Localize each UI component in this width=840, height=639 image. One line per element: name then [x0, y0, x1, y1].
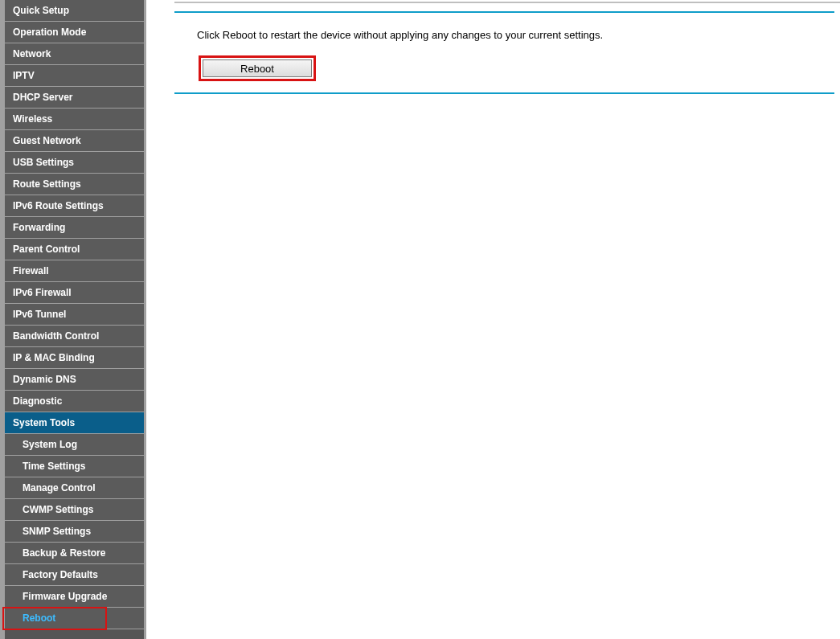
content-area: Click Reboot to restart the device witho…	[146, 0, 840, 639]
sidebar-item-guest-network[interactable]: Guest Network	[5, 130, 144, 152]
divider-line	[174, 92, 834, 94]
sidebar-item-forwarding[interactable]: Forwarding	[5, 217, 144, 239]
sidebar-item-iptv[interactable]: IPTV	[5, 65, 144, 87]
sidebar-item-quick-setup[interactable]: Quick Setup	[5, 0, 144, 22]
sidebar-subitem-backup-restore[interactable]: Backup & Restore	[5, 543, 144, 564]
sidebar-item-firewall[interactable]: Firewall	[5, 260, 144, 282]
sidebar-item-bandwidth-control[interactable]: Bandwidth Control	[5, 326, 144, 347]
instruction-text: Click Reboot to restart the device witho…	[197, 29, 840, 41]
divider-line	[174, 11, 834, 13]
reboot-highlight-frame: Reboot	[199, 55, 316, 81]
sidebar-item-dhcp-server[interactable]: DHCP Server	[5, 87, 144, 109]
sidebar-subitem-cwmp-settings[interactable]: CWMP Settings	[5, 499, 144, 521]
sidebar-item-system-tools[interactable]: System Tools	[5, 412, 144, 434]
sidebar-item-parent-control[interactable]: Parent Control	[5, 239, 144, 260]
sidebar-item-ipv6-route-settings[interactable]: IPv6 Route Settings	[5, 195, 144, 217]
sidebar-item-operation-mode[interactable]: Operation Mode	[5, 22, 144, 43]
sidebar-subitem-factory-defaults[interactable]: Factory Defaults	[5, 564, 144, 586]
sidebar-item-route-settings[interactable]: Route Settings	[5, 174, 144, 195]
sidebar-item-diagnostic[interactable]: Diagnostic	[5, 391, 144, 412]
sidebar-item-network[interactable]: Network	[5, 43, 144, 65]
sidebar-subitem-firmware-upgrade[interactable]: Firmware Upgrade	[5, 586, 144, 608]
sidebar-item-dynamic-dns[interactable]: Dynamic DNS	[5, 369, 144, 391]
top-divider	[174, 2, 840, 3]
sidebar-item-wireless[interactable]: Wireless	[5, 109, 144, 130]
sidebar-subitem-system-log[interactable]: System Log	[5, 434, 144, 456]
sidebar-subitem-reboot[interactable]: Reboot	[5, 608, 144, 629]
sidebar-item-ipv6-tunnel[interactable]: IPv6 Tunnel	[5, 304, 144, 326]
sidebar-item-ipv6-firewall[interactable]: IPv6 Firewall	[5, 282, 144, 304]
sidebar-item-ip-mac-binding[interactable]: IP & MAC Binding	[5, 347, 144, 369]
sidebar-subitem-snmp-settings[interactable]: SNMP Settings	[5, 521, 144, 543]
sidebar-subitem-time-settings[interactable]: Time Settings	[5, 456, 144, 477]
reboot-button[interactable]: Reboot	[203, 59, 312, 77]
sidebar-subitem-manage-control[interactable]: Manage Control	[5, 477, 144, 499]
sidebar: Quick Setup Operation Mode Network IPTV …	[0, 0, 146, 639]
sidebar-item-usb-settings[interactable]: USB Settings	[5, 152, 144, 174]
